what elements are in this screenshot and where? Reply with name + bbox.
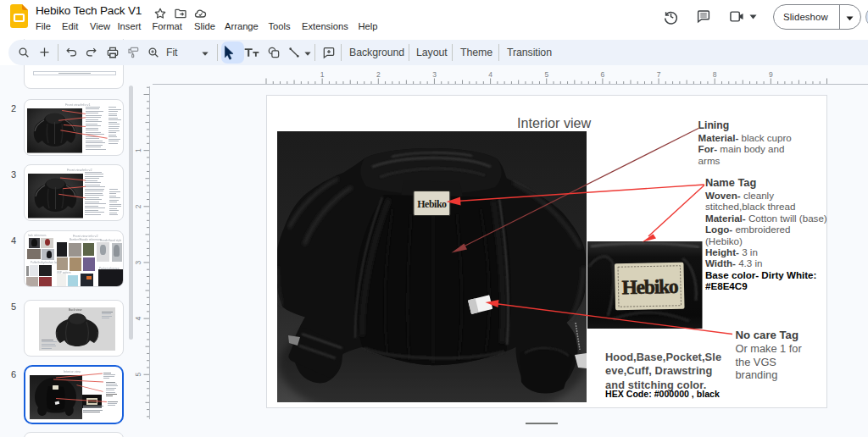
svg-text:2: 2 xyxy=(134,204,142,208)
svg-text:Hebiko: Hebiko xyxy=(417,197,447,209)
svg-text:3: 3 xyxy=(134,260,142,264)
svg-text:8: 8 xyxy=(713,70,717,79)
svg-text:5: 5 xyxy=(544,70,548,79)
svg-text:6: 6 xyxy=(601,70,605,79)
svg-text:4: 4 xyxy=(488,70,492,79)
svg-text:9: 9 xyxy=(769,70,773,79)
svg-text:1: 1 xyxy=(134,148,142,152)
svg-text:1: 1 xyxy=(320,70,325,79)
svg-text:7: 7 xyxy=(657,70,661,79)
svg-text:3: 3 xyxy=(432,70,437,79)
svg-text:Hebiko: Hebiko xyxy=(621,275,678,298)
svg-text:2: 2 xyxy=(376,70,381,79)
svg-text:5: 5 xyxy=(134,373,142,377)
svg-text:4: 4 xyxy=(134,316,142,320)
